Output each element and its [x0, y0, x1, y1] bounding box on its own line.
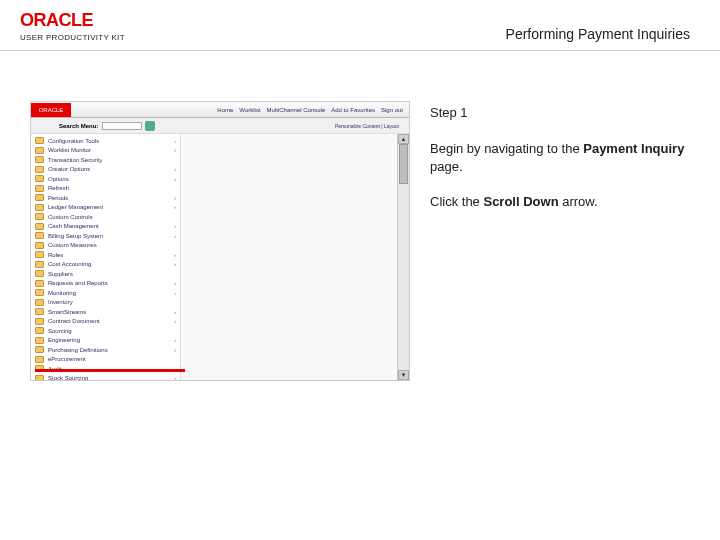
- app-screenshot: ORACLE Home Worklist MultiChannel Consol…: [30, 101, 410, 381]
- sidebar-item-label: Custom Controls: [48, 214, 93, 220]
- app-header-bar: ORACLE Home Worklist MultiChannel Consol…: [31, 102, 409, 118]
- chevron-right-icon: ›: [174, 204, 176, 210]
- folder-icon: [35, 261, 44, 268]
- sidebar-item[interactable]: Creator Options›: [31, 165, 180, 175]
- personalize-link[interactable]: Personalize Content | Layout: [335, 123, 405, 129]
- sidebar-item-label: Suppliers: [48, 271, 73, 277]
- folder-icon: [35, 156, 44, 163]
- scroll-thumb[interactable]: [399, 144, 408, 184]
- search-input[interactable]: [102, 122, 142, 130]
- inst1-pre: Begin by navigating to the: [430, 141, 583, 156]
- folder-icon: [35, 346, 44, 353]
- sidebar-item-label: Purchasing Definitions: [48, 347, 108, 353]
- sidebar-item[interactable]: Custom Controls: [31, 212, 180, 222]
- folder-icon: [35, 223, 44, 230]
- folder-icon: [35, 194, 44, 201]
- folder-icon: [35, 318, 44, 325]
- sidebar-item-label: Monitoring: [48, 290, 76, 296]
- sidebar-item[interactable]: Monitoring›: [31, 288, 180, 298]
- sidebar-item-label: Configuration Tools: [48, 138, 99, 144]
- search-go-button[interactable]: [145, 121, 155, 131]
- folder-icon: [35, 251, 44, 258]
- sidebar-item[interactable]: Contract Document›: [31, 317, 180, 327]
- sidebar-item[interactable]: Periods›: [31, 193, 180, 203]
- sidebar-item[interactable]: Ledger Management›: [31, 203, 180, 213]
- sidebar-item[interactable]: Worklist Monitor›: [31, 146, 180, 156]
- sidebar-item-label: eProcurement: [48, 356, 86, 362]
- sidebar-item[interactable]: SmartStreams›: [31, 307, 180, 317]
- nav-link-worklist[interactable]: Worklist: [239, 107, 260, 113]
- folder-icon: [35, 299, 44, 306]
- sidebar-item[interactable]: Custom Measures: [31, 241, 180, 251]
- folder-icon: [35, 147, 44, 154]
- chevron-right-icon: ›: [174, 290, 176, 296]
- inst1-post: page.: [430, 159, 463, 174]
- sidebar-item-label: Requests and Reports: [48, 280, 108, 286]
- nav-link-signout[interactable]: Sign out: [381, 107, 403, 113]
- folder-icon: [35, 213, 44, 220]
- inst1-bold: Payment Inquiry: [583, 141, 684, 156]
- nav-link-favorites[interactable]: Add to Favorites: [331, 107, 375, 113]
- sidebar-item[interactable]: Configuration Tools›: [31, 136, 180, 146]
- folder-icon: [35, 175, 44, 182]
- vertical-scrollbar: ▲ ▼: [397, 134, 409, 380]
- sidebar-item-label: Refresh: [48, 185, 69, 191]
- sidebar-item-label: Cost Accounting: [48, 261, 91, 267]
- sidebar-item[interactable]: Purchasing Definitions›: [31, 345, 180, 355]
- sidebar-item[interactable]: Billing Setup System›: [31, 231, 180, 241]
- chevron-right-icon: ›: [174, 280, 176, 286]
- folder-icon: [35, 327, 44, 334]
- folder-icon: [35, 375, 44, 380]
- sidebar-item-label: Inventory: [48, 299, 73, 305]
- brand-subtitle: USER PRODUCTIVITY KIT: [20, 33, 125, 42]
- sidebar-item[interactable]: Cost Accounting›: [31, 260, 180, 270]
- chevron-right-icon: ›: [174, 337, 176, 343]
- folder-icon: [35, 137, 44, 144]
- folder-icon: [35, 270, 44, 277]
- nav-link-multichannel[interactable]: MultiChannel Console: [267, 107, 326, 113]
- scroll-up-arrow[interactable]: ▲: [398, 134, 409, 144]
- sidebar-item-label: Ledger Management: [48, 204, 103, 210]
- inst2-post: arrow.: [559, 194, 598, 209]
- sidebar-item[interactable]: Sourcing: [31, 326, 180, 336]
- sidebar-item[interactable]: Transaction Security: [31, 155, 180, 165]
- chevron-right-icon: ›: [174, 223, 176, 229]
- sidebar-item-label: Roles: [48, 252, 63, 258]
- folder-icon: [35, 232, 44, 239]
- folder-icon: [35, 356, 44, 363]
- nav-link-home[interactable]: Home: [217, 107, 233, 113]
- chevron-right-icon: ›: [174, 166, 176, 172]
- sidebar-item[interactable]: Engineering›: [31, 336, 180, 346]
- sidebar-item-label: Stock Sourcing: [48, 375, 88, 380]
- sidebar-item[interactable]: Cash Management›: [31, 222, 180, 232]
- sidebar-item[interactable]: Requests and Reports›: [31, 279, 180, 289]
- step-label: Step 1: [430, 105, 690, 120]
- page-title: Performing Payment Inquiries: [506, 26, 690, 42]
- chevron-right-icon: ›: [174, 318, 176, 324]
- sidebar-item-label: Transaction Security: [48, 157, 102, 163]
- sidebar-item-label: Sourcing: [48, 328, 72, 334]
- chevron-right-icon: ›: [174, 176, 176, 182]
- sidebar-item[interactable]: Refresh: [31, 184, 180, 194]
- chevron-right-icon: ›: [174, 252, 176, 258]
- chevron-right-icon: ›: [174, 195, 176, 201]
- chevron-right-icon: ›: [174, 233, 176, 239]
- app-top-nav: Home Worklist MultiChannel Console Add t…: [217, 107, 409, 113]
- sidebar-item[interactable]: Stock Sourcing›: [31, 374, 180, 381]
- sidebar-item[interactable]: Inventory: [31, 298, 180, 308]
- scroll-down-arrow[interactable]: ▼: [398, 370, 409, 380]
- sidebar-item[interactable]: Suppliers: [31, 269, 180, 279]
- sidebar-item-label: Creator Options: [48, 166, 90, 172]
- sidebar-item-label: SmartStreams: [48, 309, 86, 315]
- instruction-panel: Step 1 Begin by navigating to the Paymen…: [430, 101, 690, 381]
- sidebar-item[interactable]: eProcurement: [31, 355, 180, 365]
- folder-icon: [35, 280, 44, 287]
- inst2-bold: Scroll Down: [483, 194, 558, 209]
- sidebar-item-label: Custom Measures: [48, 242, 97, 248]
- brand-logo: ORACLE: [20, 10, 125, 31]
- chevron-right-icon: ›: [174, 138, 176, 144]
- sidebar-item[interactable]: Roles›: [31, 250, 180, 260]
- app-brand-logo: ORACLE: [31, 103, 71, 117]
- sidebar-item[interactable]: Options›: [31, 174, 180, 184]
- app-body: Configuration Tools›Worklist Monitor›Tra…: [31, 134, 409, 380]
